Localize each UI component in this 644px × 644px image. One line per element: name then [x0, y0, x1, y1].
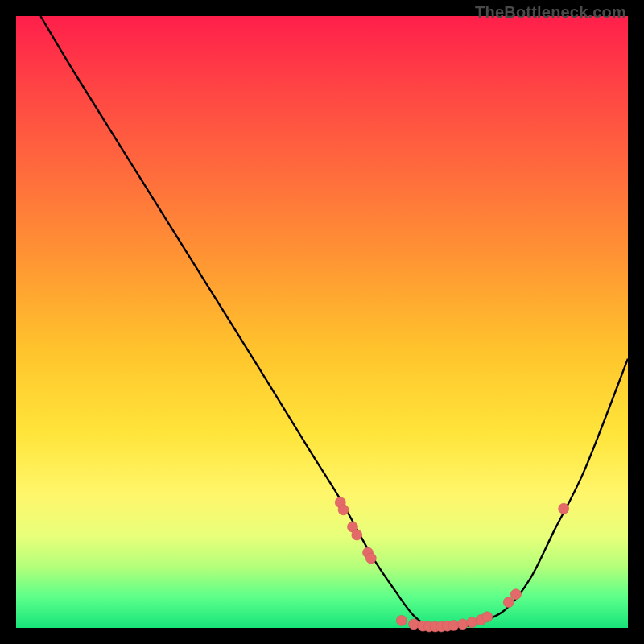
highlight-dots — [335, 497, 568, 632]
data-point — [559, 503, 569, 514]
plot-area — [16, 16, 628, 628]
data-point — [448, 621, 459, 631]
bottleneck-curve — [40, 16, 628, 629]
data-point — [482, 612, 493, 622]
data-point — [510, 589, 521, 600]
data-point — [338, 505, 349, 515]
watermark-text: TheBottleneck.com — [475, 3, 626, 22]
chart-svg — [16, 16, 628, 628]
data-point — [396, 615, 407, 625]
chart-frame: TheBottleneck.com — [0, 0, 644, 644]
data-point — [352, 530, 362, 540]
data-point — [457, 619, 468, 630]
data-point — [503, 597, 514, 608]
data-point — [365, 553, 376, 564]
data-point — [409, 619, 419, 630]
data-point — [467, 617, 477, 628]
